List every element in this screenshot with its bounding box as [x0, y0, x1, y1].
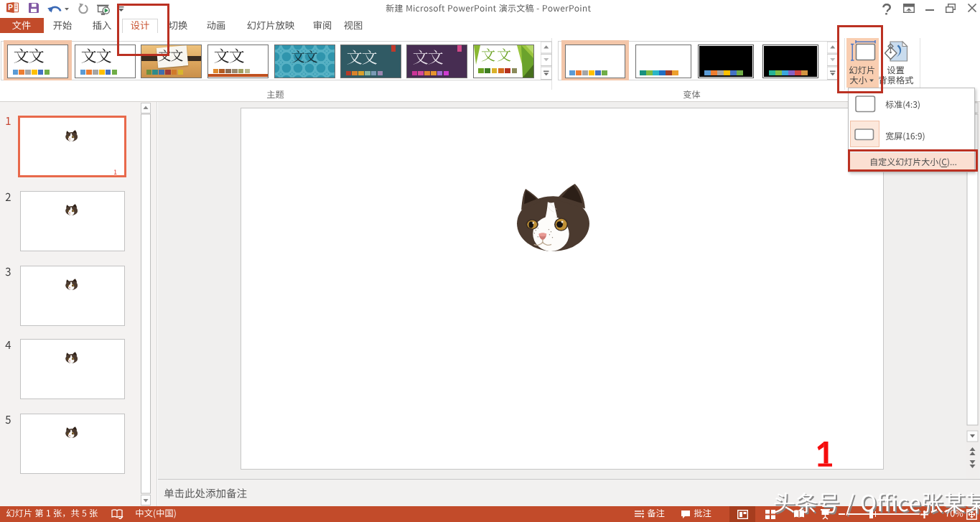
svg-text:P: P: [8, 4, 13, 11]
